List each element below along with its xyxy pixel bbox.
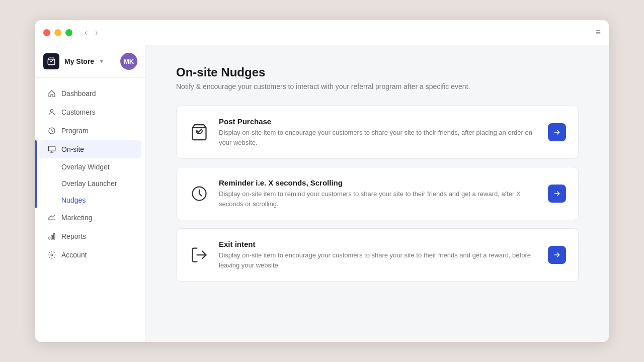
store-header[interactable]: My Store ▾ MK	[35, 45, 145, 78]
sidebar-label-overlay-launcher: Overlay Launcher	[61, 179, 117, 188]
navigation-arrows: ‹ ›	[83, 27, 100, 38]
nudge-arrow-reminder[interactable]	[548, 185, 566, 203]
nudge-desc-post-purchase: Display on-site item to encourage your c…	[219, 128, 539, 147]
store-logo-icon	[43, 53, 59, 69]
nudge-arrow-post-purchase[interactable]	[548, 123, 566, 141]
maximize-button[interactable]	[65, 29, 72, 36]
sidebar-item-account[interactable]: Account	[39, 246, 141, 264]
svg-rect-3	[49, 237, 50, 239]
forward-button[interactable]: ›	[93, 27, 100, 38]
store-name: My Store	[64, 57, 94, 65]
nudge-title-post-purchase: Post Purchase	[219, 117, 539, 126]
sidebar-label-dashboard: Dashboard	[61, 89, 96, 98]
svg-rect-5	[53, 234, 55, 239]
svg-rect-2	[48, 146, 55, 151]
sidebar-item-reports[interactable]: Reports	[39, 227, 141, 245]
marketing-icon	[47, 213, 56, 222]
sidebar-label-nudges: Nudges	[61, 196, 86, 204]
sidebar-label-customers: Customers	[61, 108, 96, 116]
active-indicator	[35, 140, 37, 208]
svg-point-6	[51, 254, 53, 256]
svg-point-0	[50, 110, 53, 112]
exit-icon	[189, 244, 210, 265]
sidebar-item-dashboard[interactable]: Dashboard	[39, 84, 141, 103]
sidebar-label-onsite: On-site	[61, 145, 84, 153]
program-icon	[47, 126, 56, 135]
nudge-desc-exit-intent: Display on-site item to encourage your c…	[219, 250, 539, 270]
account-icon	[47, 250, 56, 259]
nudge-text-reminder: Reminder i.e. X seconds, Scrolling Displ…	[219, 178, 539, 209]
sidebar-label-reports: Reports	[61, 232, 86, 240]
sidebar-item-nudges[interactable]: Nudges	[39, 192, 141, 208]
reports-icon	[47, 232, 56, 241]
sidebar-item-program[interactable]: Program	[39, 122, 141, 140]
sidebar-label-account: Account	[61, 251, 87, 259]
titlebar-right: ≡	[595, 27, 601, 38]
nudge-text-exit-intent: Exit intent Display on-site item to enco…	[219, 240, 539, 270]
sidebar-item-customers[interactable]: Customers	[39, 103, 141, 121]
minimize-button[interactable]	[54, 29, 61, 36]
onsite-icon	[47, 145, 56, 154]
nudge-text-post-purchase: Post Purchase Display on-site item to en…	[219, 117, 539, 147]
close-button[interactable]	[43, 29, 50, 36]
nudge-arrow-exit-intent[interactable]	[548, 246, 566, 264]
home-icon	[47, 89, 56, 98]
sidebar-label-overlay-widget: Overlay Widget	[61, 163, 110, 171]
app-window: ‹ › ≡ My Store ▾ MK	[35, 20, 609, 342]
titlebar: ‹ › ≡	[35, 20, 609, 45]
nudge-title-exit-intent: Exit intent	[219, 240, 539, 248]
sidebar-nav: Dashboard Customers	[35, 78, 145, 342]
store-chevron-icon: ▾	[100, 58, 103, 65]
content-area: On-site Nudges Notify & encourage your c…	[146, 45, 609, 342]
sidebar-section-onsite: On-site Overlay Widget Overlay Launcher …	[35, 140, 145, 208]
page-title: On-site Nudges	[176, 65, 579, 79]
user-icon	[47, 108, 56, 117]
nudge-card-post-purchase: Post Purchase Display on-site item to en…	[176, 106, 579, 159]
sidebar-item-onsite[interactable]: On-site	[39, 140, 141, 158]
nudge-card-exit-intent: Exit intent Display on-site item to enco…	[176, 228, 579, 282]
svg-rect-4	[51, 235, 53, 239]
sidebar-label-marketing: Marketing	[61, 214, 92, 222]
sidebar-item-marketing[interactable]: Marketing	[39, 209, 141, 227]
bag-check-icon	[189, 122, 210, 143]
main-layout: My Store ▾ MK Dashboard	[35, 45, 609, 342]
sidebar-sub-onsite: Overlay Widget Overlay Launcher Nudges	[35, 159, 145, 208]
clock-icon	[189, 183, 210, 204]
traffic-lights	[43, 29, 72, 36]
sidebar-item-overlay-launcher[interactable]: Overlay Launcher	[39, 175, 141, 192]
sidebar-item-overlay-widget[interactable]: Overlay Widget	[39, 159, 141, 175]
sidebar-label-program: Program	[61, 127, 89, 135]
user-avatar[interactable]: MK	[120, 53, 137, 70]
nudge-title-reminder: Reminder i.e. X seconds, Scrolling	[219, 178, 539, 187]
back-button[interactable]: ‹	[83, 27, 89, 38]
nudge-desc-reminder: Display on-site item to remind your cust…	[219, 189, 539, 209]
nudge-card-reminder: Reminder i.e. X seconds, Scrolling Displ…	[176, 167, 579, 220]
page-subtitle: Notify & encourage your customers to int…	[176, 82, 579, 90]
sidebar: My Store ▾ MK Dashboard	[35, 45, 146, 342]
menu-icon[interactable]: ≡	[595, 27, 601, 38]
